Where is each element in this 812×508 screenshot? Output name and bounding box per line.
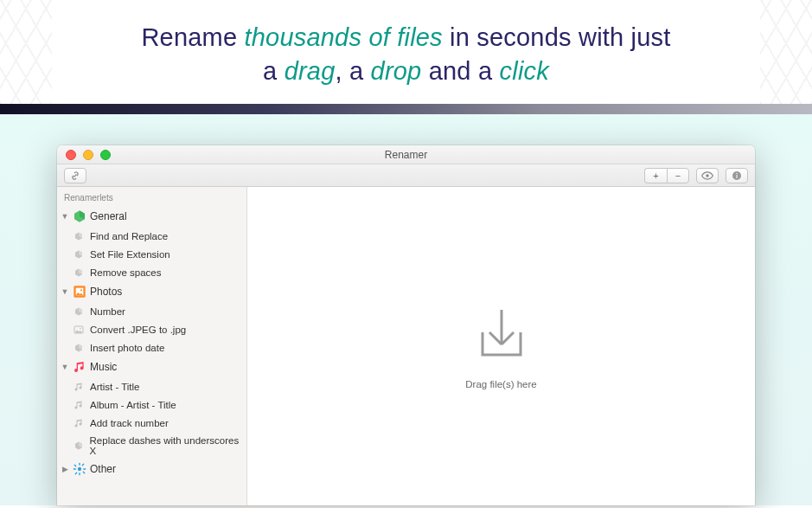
photo-icon [73,324,85,336]
music-icon [73,399,85,411]
item-label: Number [90,306,125,317]
toolbar: + − [57,164,755,187]
group-label: General [90,210,127,222]
svg-rect-13 [83,469,86,470]
item-label: Set File Extension [90,249,170,260]
item-label: Add track number [90,418,169,428]
sidebar-group-photos[interactable]: ▼Photos [57,281,246,302]
sidebar-item[interactable]: Album - Artist - Title [57,395,246,414]
svg-point-8 [80,327,81,329]
sidebar-group-music[interactable]: ▼Music [57,357,246,377]
hero-emph-4: click [500,57,549,85]
music-icon [73,381,85,393]
music-group-icon [73,360,86,374]
link-button[interactable] [64,168,86,183]
info-button[interactable] [726,168,748,183]
item-label: Convert .JPEG to .jpg [90,325,186,335]
svg-point-6 [80,290,82,292]
sidebar-group-other[interactable]: ▶Other [57,459,246,479]
disclosure-triangle-icon[interactable]: ▼ [61,287,69,296]
drop-zone-text: Drag file(s) here [465,379,536,389]
item-label: Insert photo date [90,343,164,353]
svg-point-0 [706,174,709,177]
hero-text-5: and a [421,57,499,85]
svg-point-3 [736,173,737,174]
hero-text-4: , a [336,57,371,85]
action-icon [73,342,85,354]
hero-emph-1: thousands of files [245,23,443,51]
add-remove-group: + − [644,168,689,183]
sidebar-item[interactable]: Add track number [57,414,246,432]
app-window: Renamer + − Renamerlets ▼Ge [57,145,755,505]
svg-rect-11 [79,473,80,475]
hero-emph-3: drop [371,57,422,85]
disclosure-triangle-icon[interactable]: ▶ [61,465,69,473]
disclosure-triangle-icon[interactable]: ▼ [61,363,69,371]
drop-target-icon [470,303,533,365]
group-label: Music [90,361,117,373]
window-title: Renamer [57,149,755,161]
sidebar-item[interactable]: Artist - Title [57,377,246,395]
hero-emph-2: drag [285,57,336,85]
sidebar-item[interactable]: Insert photo date [57,338,246,357]
svg-rect-2 [737,175,738,178]
info-icon [732,170,742,181]
add-button[interactable]: + [644,168,667,183]
svg-rect-10 [79,463,80,466]
hero-text-3: a [263,57,285,85]
general-group-icon [73,209,86,223]
sidebar-item[interactable]: Remove spaces [57,263,246,281]
action-icon [73,440,85,452]
hero-text-2: in seconds with just [443,23,671,51]
sidebar-item[interactable]: Find and Replace [57,227,246,245]
hero-headline: Rename thousands of files in seconds wit… [35,21,777,88]
action-icon [73,230,85,242]
item-label: Find and Replace [90,231,168,241]
sidebar-header: Renamerlets [57,187,246,206]
preview-button[interactable] [696,168,719,183]
hero-text-1: Rename [141,23,244,51]
photos-group-icon [73,285,86,299]
sidebar-item[interactable]: Number [57,302,246,320]
music-icon [73,417,85,429]
svg-rect-16 [81,464,84,466]
window-titlebar[interactable]: Renamer [57,145,755,164]
window-content: Renamerlets ▼GeneralFind and ReplaceSet … [57,187,755,505]
group-label: Photos [90,286,122,298]
action-icon [73,305,85,318]
sidebar-group-general[interactable]: ▼General [57,206,246,227]
sidebar: Renamerlets ▼GeneralFind and ReplaceSet … [57,187,247,505]
other-group-icon [73,462,86,476]
remove-button[interactable]: − [667,168,689,183]
svg-rect-14 [74,465,76,467]
item-label: Remove spaces [90,267,161,278]
item-label: Artist - Title [90,382,140,392]
sidebar-item[interactable]: Replace dashes with underscores X [57,432,246,459]
hero-banner: Rename thousands of files in seconds wit… [0,0,812,104]
drop-zone[interactable]: Drag file(s) here [247,187,755,505]
action-icon [73,267,85,279]
link-icon [70,170,80,181]
action-icon [73,248,85,260]
group-label: Other [90,463,116,475]
item-label: Album - Artist - Title [90,400,176,410]
item-label: Replace dashes with underscores X [90,435,243,456]
svg-point-9 [78,467,81,471]
sidebar-item[interactable]: Set File Extension [57,245,246,263]
divider-band [0,104,812,114]
svg-rect-17 [74,473,77,475]
sidebar-item[interactable]: Convert .JPEG to .jpg [57,320,246,338]
svg-rect-12 [74,469,76,470]
stage-background: Renamer + − Renamerlets ▼Ge [0,114,812,505]
svg-rect-15 [82,472,85,474]
eye-icon [701,171,713,180]
disclosure-triangle-icon[interactable]: ▼ [61,212,69,221]
